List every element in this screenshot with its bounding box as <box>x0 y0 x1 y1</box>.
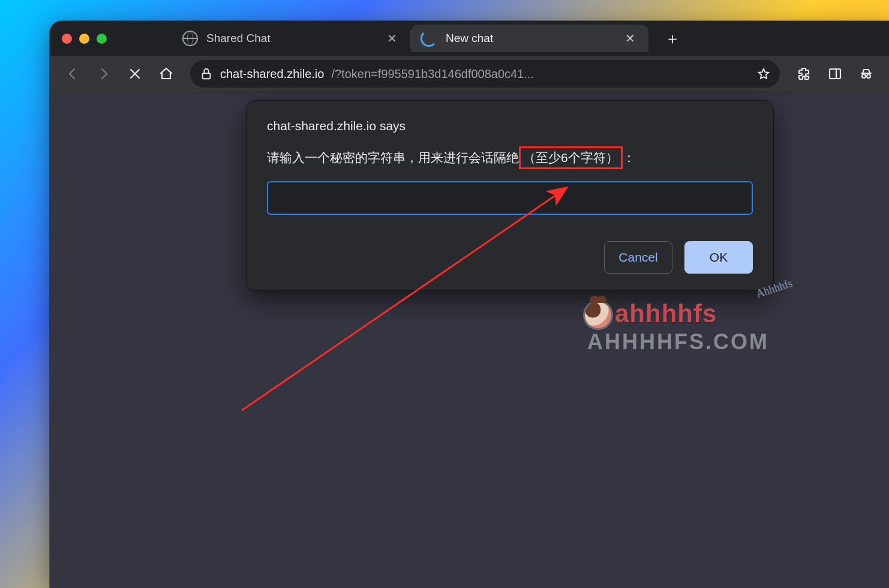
forward-button[interactable] <box>92 62 116 86</box>
tab-shared-chat[interactable]: Shared Chat ✕ <box>173 25 410 52</box>
tab-title: New chat <box>446 32 493 45</box>
close-icon <box>128 67 142 81</box>
back-button[interactable] <box>61 62 85 86</box>
new-tab-button[interactable]: ＋ <box>659 25 686 52</box>
tab-title: Shared Chat <box>206 32 271 45</box>
url-host: chat-shared.zhile.io <box>220 67 324 81</box>
tab-strip: Shared Chat ✕ New chat ✕ ＋ <box>50 21 889 56</box>
panel-icon <box>828 67 842 81</box>
dialog-message: 请输入一个秘密的字符串，用来进行会话隔绝 （至少6个字符） ： <box>267 146 753 169</box>
ok-button[interactable]: OK <box>684 241 753 274</box>
home-button[interactable] <box>154 62 178 86</box>
address-bar[interactable]: chat-shared.zhile.io /?token=f995591b3d1… <box>190 60 780 88</box>
watermark-logo: ahhhhfs <box>615 299 717 328</box>
cancel-button[interactable]: Cancel <box>604 241 672 274</box>
incognito-indicator[interactable] <box>854 62 878 86</box>
watermark-avatar-icon <box>585 302 611 328</box>
page-content: chat-shared.zhile.io says 请输入一个秘密的字符串，用来… <box>50 92 889 588</box>
svg-rect-0 <box>203 73 211 79</box>
side-panel-button[interactable] <box>823 62 847 86</box>
dialog-message-part2: ： <box>623 148 635 167</box>
dialog-message-highlight: （至少6个字符） <box>519 146 623 169</box>
arrow-right-icon <box>97 67 111 81</box>
globe-icon <box>182 31 198 46</box>
home-icon <box>159 67 173 81</box>
window-controls <box>62 34 107 44</box>
prompt-input[interactable] <box>267 181 753 215</box>
browser-window: Shared Chat ✕ New chat ✕ ＋ chat-sha <box>50 21 889 588</box>
bookmark-button[interactable] <box>757 67 770 80</box>
watermark: Ahhhhfs ahhhhfs AHHHHFS.COM <box>585 299 769 355</box>
puzzle-icon <box>797 67 811 81</box>
minimize-window-button[interactable] <box>79 34 89 44</box>
tab-new-chat[interactable]: New chat ✕ <box>411 25 648 52</box>
lock-icon <box>200 67 213 80</box>
close-window-button[interactable] <box>62 34 72 44</box>
incognito-icon <box>859 67 873 81</box>
arrow-left-icon <box>65 67 80 81</box>
tab-close-button[interactable]: ✕ <box>385 31 398 46</box>
javascript-prompt-dialog: chat-shared.zhile.io says 请输入一个秘密的字符串，用来… <box>247 101 773 290</box>
watermark-subtext: AHHHHFS.COM <box>587 329 769 355</box>
loading-spinner-icon <box>421 30 437 47</box>
tab-close-button[interactable]: ✕ <box>623 31 636 46</box>
dialog-message-part1: 请输入一个秘密的字符串，用来进行会话隔绝 <box>267 148 519 167</box>
dialog-buttons: Cancel OK <box>267 241 753 274</box>
star-icon <box>757 67 770 80</box>
dialog-origin: chat-shared.zhile.io says <box>267 119 753 133</box>
url-path: /?token=f995591b3d146df008a0c41... <box>331 67 744 81</box>
svg-rect-1 <box>830 69 840 79</box>
stop-loading-button[interactable] <box>123 62 147 86</box>
extensions-button[interactable] <box>792 62 816 86</box>
maximize-window-button[interactable] <box>97 34 107 44</box>
browser-toolbar: chat-shared.zhile.io /?token=f995591b3d1… <box>50 56 889 92</box>
